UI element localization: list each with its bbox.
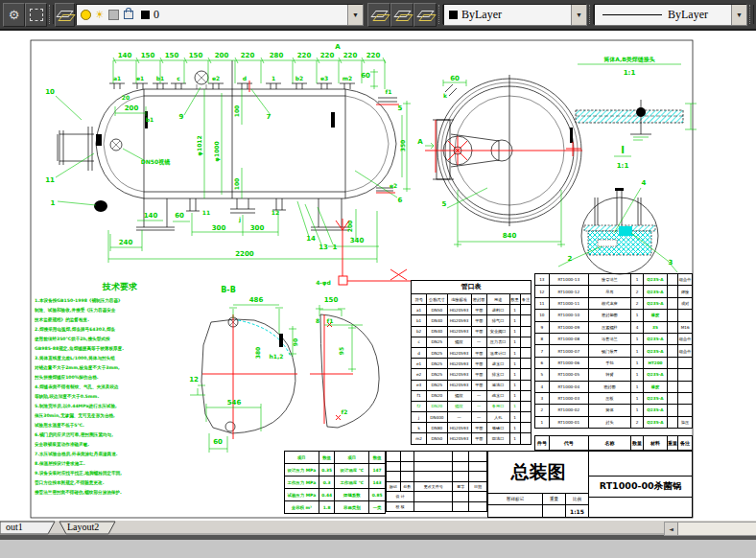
tech-req-line: 制造、试验和验收,并接受《压力容器安全 — [35, 306, 205, 315]
layer-name: 0 — [154, 8, 159, 22]
horizontal-scrollbar[interactable]: ◄ — [664, 522, 756, 536]
signature-grid: 标记处数 更改文件号签字 日期 设 计 校 核 — [386, 451, 487, 512]
drawing-number: RT1000-00杀菌锅 — [588, 476, 693, 498]
sight-glass-label: DN50视镜 — [141, 158, 170, 166]
nozzle-row: kDN80HG20593平面 视镜口1 — [412, 423, 532, 433]
detail-part-4: 4 — [642, 179, 647, 187]
tech-req-line: 5.制造完毕后,以0.44MPa进行水压试验, — [35, 402, 205, 411]
layer-color-swatch — [141, 11, 150, 19]
scale-value: 1:15 — [565, 504, 589, 518]
sun-icon[interactable]: ☀ — [95, 9, 105, 21]
layer-previous-button[interactable] — [390, 3, 413, 27]
tech-req-line: 2.焊接采用电弧焊,焊条牌号E4303,焊条 — [35, 325, 205, 335]
tech-req-line: GB985-88规定,角焊缝腰高等于较薄板厚度. — [35, 344, 205, 354]
port-e3: e3 — [320, 75, 328, 81]
layer-stack-icon — [372, 9, 387, 21]
dim-top-3: 150 — [189, 52, 203, 59]
layer-dropdown-arrow[interactable]: ▼ — [347, 5, 363, 25]
linetype-dropdown[interactable]: ByLayer ▼ — [594, 4, 747, 26]
dim-top-4: 200 — [215, 52, 229, 59]
tab-layout2[interactable]: Layout2 — [67, 522, 99, 532]
title-block: 总装图 图样标记 重量 比例 1:15 RT1000-00杀菌锅 — [487, 451, 693, 518]
dim-20: 20 — [122, 94, 130, 101]
make-layer-current-button[interactable] — [367, 3, 390, 27]
bom-row: 11RT1000-11鞍式支座2 Q235-A成对 — [535, 297, 693, 309]
nozzle-row: jDN400—— 人孔1 — [412, 412, 532, 423]
param-row: 项目数值项目数值 — [285, 452, 386, 464]
bb-dim-90: 90 — [292, 338, 298, 346]
tech-req-line: 9.设备安装时应找平找正,地脚螺栓固定牢固, — [35, 469, 205, 478]
detail-i-scale: 1:1 — [617, 162, 629, 170]
gear-icon: ⚙ — [9, 8, 20, 22]
dim-340: 340 — [350, 237, 365, 244]
port-d: d — [243, 75, 247, 81]
ev-part-5: 5 — [442, 200, 447, 208]
section-bb: B-B 486 546 380 h1,2 90 12 60 4-φd 150 8… — [189, 279, 379, 453]
dim-200-left: 200 — [125, 105, 139, 112]
color-dropdown[interactable]: ByLayer ▼ — [443, 4, 587, 26]
tech-req-line: 安全联锁装置动作准确灵敏. — [35, 440, 205, 450]
port-j: j — [238, 216, 241, 223]
layer-states-button[interactable] — [413, 3, 437, 27]
ev-dim-840: 840 — [503, 232, 517, 240]
tech-req-lines: 1.本设备按GB150-1998《钢制压力容器》制造、试验和验收,并接受《压力容… — [35, 296, 205, 498]
freeze-icon[interactable] — [108, 10, 119, 20]
port-e1: e1 — [136, 75, 144, 81]
settings-button[interactable]: ⚙ — [3, 3, 25, 27]
layer-dropdown[interactable]: ☀ 0 ▼ — [76, 4, 364, 26]
status-bar — [0, 540, 756, 558]
layout-tab-bar: out1 Layout2 — [0, 521, 756, 535]
layers-icon — [58, 9, 72, 21]
scroll-left-button[interactable]: ◄ — [665, 523, 678, 535]
bom-table: 13RT1000-13接管法兰1 Q235-A组合件 12RT1000-12吊耳… — [534, 273, 693, 429]
tech-req-line: 8.保温层按设计要求施工. — [35, 459, 205, 469]
nozzle-row: f2DN20螺纹— 备用口1 — [412, 401, 532, 411]
end-view: 60 k A 5 840 — [403, 75, 582, 247]
nozzle-row: b1DN40HG20593平面 排气口1 — [412, 315, 532, 326]
bb-4phid: 4-φd — [316, 279, 331, 287]
nozzle-row: f1DN20螺纹— 疏水口1 — [412, 390, 532, 401]
nozzle-row: m2DN50HG20593平面 回流口1 — [412, 433, 532, 444]
tab-layout1[interactable]: out1 — [6, 522, 23, 532]
linetype-dropdown-arrow[interactable]: ▼ — [731, 5, 746, 25]
port-1: 1 — [272, 75, 275, 81]
dim-300-b: 300 — [250, 224, 265, 232]
layer-manager-button[interactable] — [55, 3, 75, 27]
bom-header-row: 件号代号 名称数量 材料重量 备注 — [535, 436, 693, 451]
toolbar-grip4[interactable] — [749, 5, 754, 24]
dim-100-bot: 100 — [233, 178, 240, 191]
weight-value — [542, 504, 566, 518]
dim-240: 240 — [119, 239, 133, 246]
color-swatch — [449, 11, 458, 19]
bom-row: 13RT1000-13接管法兰1 Q235-A组合件 — [535, 274, 693, 286]
part-6: 6 — [398, 197, 403, 204]
lock-icon[interactable] — [124, 11, 133, 19]
nozzle-header-row: 符号公称尺寸 连接标准密封面 用途数量 备注 — [412, 294, 532, 305]
bom-row: 9RT1000-09压紧螺柱4 35M16 — [535, 321, 693, 333]
bb-dim-150: 150 — [324, 296, 339, 304]
nozzle-row: e1DN25HG20593平面 进水口1 — [412, 359, 532, 369]
color-dropdown-arrow[interactable]: ▼ — [571, 5, 586, 25]
bom-row: 5RT1000-05转臂1 Q235-A — [535, 369, 693, 381]
bom-row: 6RT1000-06手轮1 HT200 — [535, 357, 693, 368]
bom-rows: 13RT1000-13接管法兰1 Q235-A组合件 12RT1000-12吊耳… — [535, 274, 693, 429]
bb-f2: f2 — [342, 408, 348, 415]
dim-top-5: 220 — [241, 52, 255, 59]
toolbar-grip[interactable] — [49, 5, 54, 24]
param-rows: 项目数值项目数值 设计压力 MPa0.35设计温度 ℃147 工作压力 MPa0… — [285, 452, 386, 514]
scroll-left-icon: ◄ — [669, 525, 673, 532]
bulb-icon[interactable] — [81, 10, 91, 20]
tech-req-line: 4.焊缝表面不得有裂纹、气孔、夹渣及咬边 — [35, 383, 205, 392]
dashed-frame-icon — [30, 9, 43, 21]
weld-title: 筒体A,B类焊缝接头 — [603, 56, 655, 63]
bb-dim-546: 546 — [227, 399, 242, 407]
weld-detail: 筒体A,B类焊缝接头 1:1 I 1:1 — [576, 56, 697, 170]
tech-req-line: 对错边量不大于2mm,棱角度不大于3mm, — [35, 363, 205, 373]
bom-header: 件号代号 名称数量 材料重量 备注 — [534, 435, 693, 451]
bb-dim-380: 380 — [254, 347, 261, 360]
code-cell-bottom — [588, 497, 693, 518]
plot-preview-button[interactable] — [25, 3, 47, 27]
port-m2: m2 — [343, 75, 352, 81]
tech-req-line: 试验用水温度不低于5℃. — [35, 421, 205, 430]
nozzle-table: 管口表 符号公称尺寸 连接标准密封面 用途数量 备注 a1DN50HG20593… — [411, 280, 532, 445]
